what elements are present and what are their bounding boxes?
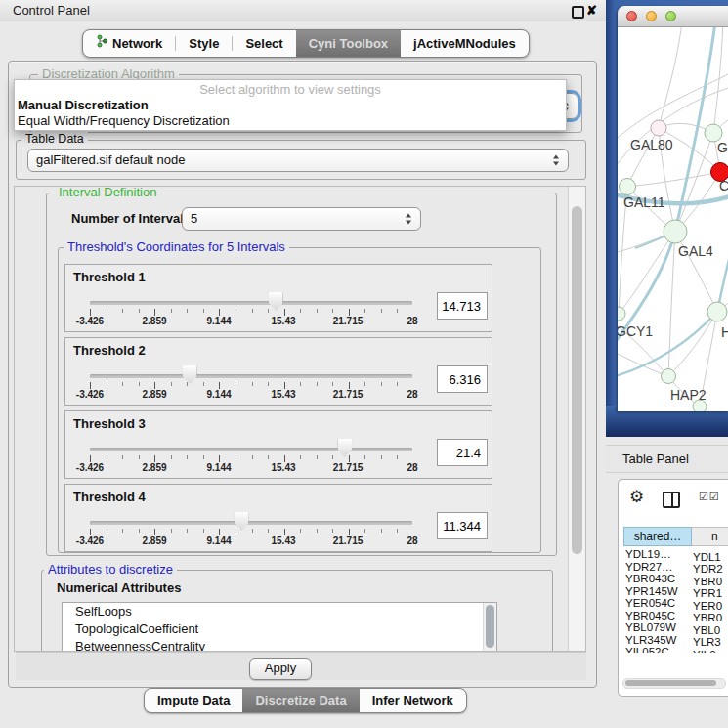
- list-item[interactable]: TopologicalCoefficient: [63, 621, 496, 638]
- node-label-gal11: GAL11: [623, 194, 665, 210]
- dropdown-option-equal-width[interactable]: Equal Width/Frequency Discretization: [15, 113, 566, 129]
- table-panel-title: Table Panel: [622, 451, 689, 466]
- node-label-h: H: [721, 324, 728, 340]
- table-row[interactable]: YIL052CYIL0: [619, 646, 728, 653]
- tab-jactivemnodules[interactable]: jActiveMNodules: [401, 30, 529, 57]
- thresholds-group: Threshold's Coordinates for 5 Intervals …: [58, 247, 541, 553]
- apply-button[interactable]: Apply: [249, 658, 312, 680]
- threshold-2-value-input[interactable]: [437, 365, 488, 393]
- threshold-2-label: Threshold 2: [73, 343, 146, 358]
- table-data-combobox[interactable]: galFiltered.sif default node: [27, 149, 569, 172]
- threshold-1-label: Threshold 1: [73, 270, 146, 284]
- list-scrollbar[interactable]: [483, 603, 496, 652]
- scrollbar-thumb[interactable]: [486, 605, 494, 648]
- algorithm-dropdown-popup: Select algorithm to view settings Manual…: [14, 79, 567, 131]
- table-panel: ⚙ ☑☑ shared… n YDL19…YDL1 YDR27…YDR2 YBR…: [618, 479, 728, 697]
- threshold-4-slider[interactable]: [90, 521, 412, 525]
- network-icon: [96, 31, 107, 57]
- threshold-3-slider[interactable]: [90, 448, 412, 451]
- network-window-titlebar[interactable]: [618, 6, 728, 27]
- table-row[interactable]: YER054CYER0: [619, 597, 728, 610]
- tab-impute-data[interactable]: Impute Data: [145, 689, 242, 712]
- scrollbar-thumb[interactable]: [625, 680, 716, 686]
- tab-network[interactable]: Network: [83, 30, 175, 57]
- checkbox-columns-icon[interactable]: ☑☑: [699, 491, 720, 503]
- control-panel-title: Control Panel: [13, 3, 90, 18]
- table-row[interactable]: YBR043CYBR0: [619, 573, 728, 585]
- scrollbar-thumb[interactable]: [572, 206, 582, 554]
- threshold-3-value-input[interactable]: [437, 439, 488, 466]
- tab-infer-network[interactable]: Infer Network: [360, 689, 466, 712]
- node-label-gal80: GAL80: [630, 137, 673, 152]
- split-columns-icon[interactable]: [663, 492, 680, 508]
- table-header-row: shared… n: [619, 527, 728, 546]
- dropdown-placeholder: Select algorithm to view settings: [15, 80, 566, 98]
- table-panel-titlebar: Table Panel: [606, 445, 728, 473]
- table-row[interactable]: YDR27…YDR2: [619, 561, 728, 574]
- list-item[interactable]: BetweennessCentrality: [63, 638, 496, 652]
- node-label-hap2: HAP2: [670, 387, 707, 403]
- num-intervals-value: 5: [183, 208, 420, 230]
- network-canvas[interactable]: GAL80 GA C GAL11 GAL4 GCY1 H HAP2: [618, 27, 728, 411]
- threshold-2-panel: Threshold 2 -3.4262.8599.14415.4321.7152…: [64, 337, 492, 406]
- close-icon[interactable]: ✘: [586, 3, 597, 18]
- table-data-value: galFiltered.sif default node: [28, 150, 568, 171]
- close-traffic-light-icon[interactable]: [626, 11, 637, 21]
- float-window-icon[interactable]: [572, 6, 584, 19]
- node-label-c: C: [719, 178, 728, 193]
- tab-style[interactable]: Style: [176, 30, 232, 57]
- node-gal11: [620, 179, 636, 195]
- combo-arrows-icon: [553, 155, 560, 166]
- attributes-group-title: Attributes to discretize: [44, 562, 177, 577]
- tab-cyni-toolbox[interactable]: Cyni Toolbox: [296, 30, 401, 57]
- settings-scrollpane: Interval Definition Number of Intervals …: [14, 186, 586, 652]
- table-row[interactable]: YBR045CYBR0: [619, 610, 728, 622]
- zoom-traffic-light-icon[interactable]: [665, 11, 676, 21]
- num-intervals-combobox[interactable]: 5: [182, 207, 421, 231]
- table-row[interactable]: YDL19…YDL1: [619, 548, 728, 561]
- interval-definition-title: Interval Definition: [55, 186, 160, 199]
- control-panel-titlebar: Control Panel: [0, 0, 606, 21]
- node-hap2: [662, 369, 676, 384]
- column-header-shared[interactable]: shared…: [623, 527, 692, 546]
- dropdown-option-manual[interactable]: Manual Discretization: [15, 98, 566, 113]
- threshold-4-panel: Threshold 4 -3.4262.8599.14415.4321.7152…: [64, 484, 492, 552]
- interval-definition-group: Interval Definition Number of Intervals …: [46, 193, 557, 556]
- network-window: GAL80 GA C GAL11 GAL4 GCY1 H HAP2: [618, 6, 728, 411]
- slider-tick-labels: -3.4262.8599.14415.4321.71528: [90, 316, 412, 327]
- slider-tick-labels: -3.4262.8599.14415.4321.71528: [90, 535, 412, 547]
- attributes-group: Attributes to discretize Numerical Attri…: [41, 570, 553, 652]
- table-row[interactable]: YLR345WYLR3: [619, 634, 728, 647]
- list-item[interactable]: SelfLoops: [63, 603, 496, 621]
- node-gcy1: [618, 307, 625, 321]
- node-h: [707, 302, 727, 321]
- threshold-3-label: Threshold 3: [73, 416, 146, 431]
- node-label-gal4: GAL4: [678, 243, 713, 259]
- table-row[interactable]: YPR145WYPR1: [619, 585, 728, 598]
- tab-discretize-data[interactable]: Discretize Data: [242, 689, 359, 712]
- table-rows: YDL19…YDL1 YDR27…YDR2 YBR043CYBR0 YPR145…: [619, 548, 728, 653]
- threshold-4-value-input[interactable]: [437, 512, 488, 539]
- slider-tick-labels: -3.4262.8599.14415.4321.71528: [90, 462, 412, 474]
- threshold-2-slider[interactable]: [90, 374, 412, 378]
- top-tab-bar: Network Style Select Cyni Toolbox jActiv…: [82, 29, 530, 58]
- threshold-3-panel: Threshold 3 -3.4262.8599.14415.4321.7152…: [64, 410, 492, 479]
- attributes-list: SelfLoops TopologicalCoefficient Between…: [62, 602, 497, 652]
- thresholds-group-title: Threshold's Coordinates for 5 Intervals: [64, 239, 289, 254]
- vertical-scrollbar[interactable]: [568, 187, 586, 651]
- node-gal4: [664, 220, 687, 243]
- table-row[interactable]: YBL079WYBL0: [619, 621, 728, 634]
- minimize-traffic-light-icon[interactable]: [646, 11, 657, 21]
- slider-tick-labels: -3.4262.8599.14415.4321.71528: [90, 389, 412, 401]
- table-data-group-title: Table Data: [21, 132, 88, 146]
- threshold-1-panel: Threshold 1 -3.4262.8599.14415.4321.7152…: [64, 264, 492, 332]
- horizontal-scrollbar[interactable]: [622, 678, 726, 689]
- gear-icon[interactable]: ⚙: [629, 487, 644, 507]
- tab-select[interactable]: Select: [233, 30, 295, 57]
- threshold-1-value-input[interactable]: [437, 292, 488, 320]
- numerical-attributes-label: Numerical Attributes: [57, 580, 181, 595]
- node-label-ga: GA: [717, 140, 728, 155]
- column-header-name[interactable]: n: [692, 527, 728, 546]
- node-label-gcy1: GCY1: [618, 323, 653, 339]
- threshold-1-slider[interactable]: [90, 301, 412, 305]
